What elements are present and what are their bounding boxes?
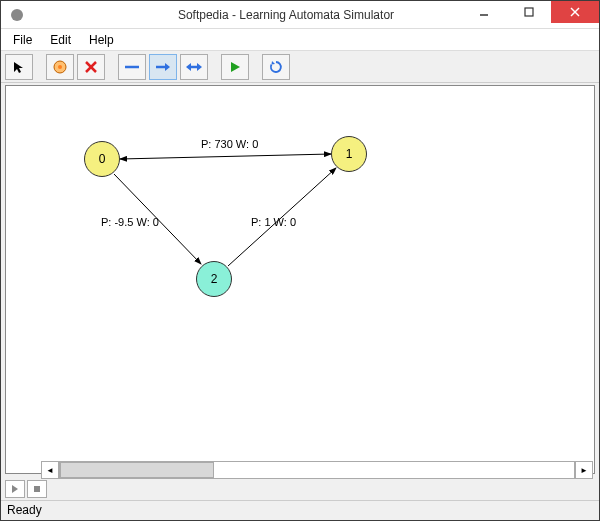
statusbar: Ready bbox=[1, 500, 599, 520]
scroll-track[interactable] bbox=[59, 461, 575, 479]
node-label: 2 bbox=[211, 272, 218, 286]
maximize-button[interactable] bbox=[506, 1, 551, 23]
edge-label: P: 730 W: 0 bbox=[201, 138, 258, 150]
edge-label: P: -9.5 W: 0 bbox=[101, 216, 159, 228]
svg-point-6 bbox=[58, 65, 62, 69]
menu-help[interactable]: Help bbox=[81, 31, 122, 49]
edge-label: P: 1 W: 0 bbox=[251, 216, 296, 228]
reset-button[interactable] bbox=[262, 54, 290, 80]
titlebar: Softpedia - Learning Automata Simulator bbox=[1, 1, 599, 29]
node-label: 0 bbox=[99, 152, 106, 166]
status-text: Ready bbox=[7, 503, 42, 517]
menubar: File Edit Help bbox=[1, 29, 599, 51]
node-label: 1 bbox=[346, 147, 353, 161]
arrow-both-tool-button[interactable] bbox=[180, 54, 208, 80]
close-button[interactable] bbox=[551, 1, 599, 23]
scroll-left-button[interactable]: ◄ bbox=[41, 461, 59, 479]
horizontal-scrollbar: ◄ ► bbox=[41, 461, 593, 479]
node-1[interactable]: 1 bbox=[331, 136, 367, 172]
add-node-button[interactable] bbox=[46, 54, 74, 80]
node-2[interactable]: 2 bbox=[196, 261, 232, 297]
svg-line-14 bbox=[120, 154, 331, 159]
play-button[interactable] bbox=[221, 54, 249, 80]
line-tool-button[interactable] bbox=[118, 54, 146, 80]
playback-stop-button[interactable] bbox=[27, 480, 47, 498]
delete-button[interactable] bbox=[77, 54, 105, 80]
pointer-tool-button[interactable] bbox=[5, 54, 33, 80]
menu-edit[interactable]: Edit bbox=[42, 31, 79, 49]
playback-bar bbox=[5, 480, 47, 498]
scroll-right-button[interactable]: ► bbox=[575, 461, 593, 479]
app-icon bbox=[9, 7, 25, 23]
arrow-right-tool-button[interactable] bbox=[149, 54, 177, 80]
node-0[interactable]: 0 bbox=[84, 141, 120, 177]
svg-point-0 bbox=[11, 9, 23, 21]
app-window: Softpedia - Learning Automata Simulator … bbox=[0, 0, 600, 521]
minimize-button[interactable] bbox=[461, 1, 506, 23]
toolbar bbox=[1, 51, 599, 83]
svg-rect-17 bbox=[34, 486, 40, 492]
playback-play-button[interactable] bbox=[5, 480, 25, 498]
scroll-thumb[interactable] bbox=[60, 462, 214, 478]
canvas[interactable]: 0 1 2 P: 730 W: 0 P: -9.5 W: 0 P: 1 W: 0 bbox=[5, 85, 595, 474]
window-controls bbox=[461, 1, 599, 23]
svg-rect-2 bbox=[525, 8, 533, 16]
menu-file[interactable]: File bbox=[5, 31, 40, 49]
